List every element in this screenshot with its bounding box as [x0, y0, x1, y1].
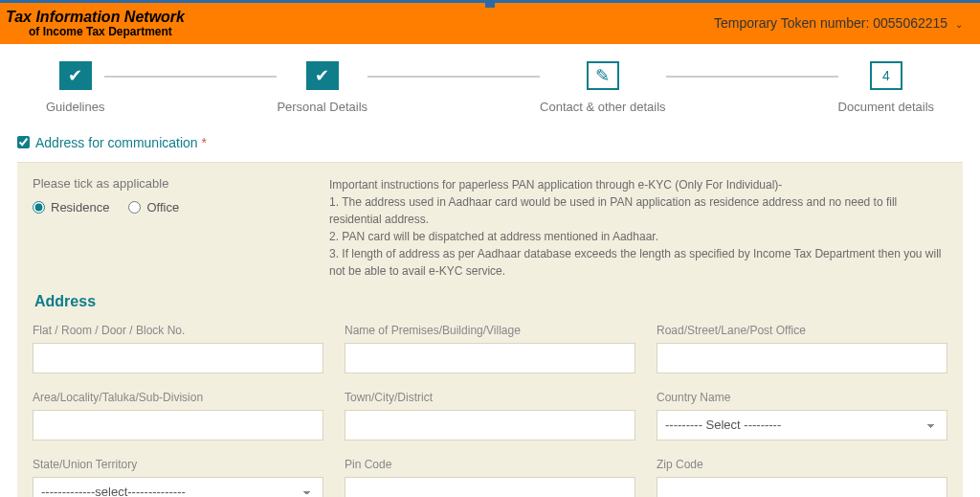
instructions-heading: Important instructions for paperless PAN…	[329, 176, 947, 193]
residence-radio[interactable]	[33, 201, 45, 214]
step-connector	[666, 76, 838, 78]
address-grid: Flat / Room / Door / Block No. Name of P…	[33, 324, 947, 497]
resize-handle-top[interactable]	[485, 0, 495, 8]
road-input[interactable]	[657, 343, 947, 373]
progress-stepper: ✔ Guidelines ✔ Personal Details ✎ Contac…	[0, 44, 980, 129]
step-connector	[104, 76, 277, 78]
required-mark: *	[202, 135, 207, 150]
app-header: Tax Information Network of Income Tax De…	[0, 3, 980, 44]
check-icon: ✔	[59, 61, 92, 90]
instruction-1: 1. The address used in Aadhaar card woul…	[329, 193, 947, 228]
instructions: Important instructions for paperless PAN…	[329, 176, 947, 280]
office-radio[interactable]	[128, 201, 141, 214]
main-content: Address for communication * Please tick …	[0, 135, 980, 497]
address-type-radios: Residence Office	[33, 200, 301, 215]
address-communication-checkbox[interactable]	[17, 136, 30, 148]
header-title: Tax Information Network of Income Tax De…	[6, 9, 185, 38]
area-input[interactable]	[33, 410, 323, 441]
address-panel: Please tick as applicable Residence Offi…	[17, 162, 963, 497]
step-document-details[interactable]: 4 Document details	[838, 61, 934, 114]
zip-input[interactable]	[657, 477, 947, 497]
field-flat: Flat / Room / Door / Block No.	[33, 324, 323, 373]
step-number: 4	[870, 61, 902, 90]
field-country: Country Name --------- Select ---------	[657, 391, 947, 441]
selection-border	[0, 0, 980, 3]
field-zip: Zip Code	[657, 458, 947, 497]
office-radio-label[interactable]: Office	[128, 200, 179, 215]
residence-radio-label[interactable]: Residence	[33, 200, 109, 215]
token-dropdown[interactable]: Temporary Token number: 0055062215 ⌄	[714, 15, 963, 31]
field-road: Road/Street/Lane/Post Office	[657, 324, 947, 373]
premises-input[interactable]	[345, 343, 635, 373]
step-personal-details[interactable]: ✔ Personal Details	[277, 61, 368, 114]
please-tick-label: Please tick as applicable	[33, 176, 301, 191]
field-state: State/Union Territory -------------selec…	[33, 458, 323, 497]
state-select[interactable]: -------------select--------------	[33, 477, 323, 497]
field-premises: Name of Premises/Building/Village	[345, 324, 635, 373]
address-communication-checkbox-row: Address for communication *	[17, 135, 963, 150]
address-communication-label: Address for communication *	[35, 135, 207, 150]
country-select[interactable]: --------- Select ---------	[657, 410, 947, 441]
step-guidelines[interactable]: ✔ Guidelines	[46, 61, 104, 114]
info-row: Please tick as applicable Residence Offi…	[33, 176, 947, 280]
check-icon: ✔	[306, 61, 339, 90]
field-town: Town/City/District	[345, 391, 635, 441]
pin-input[interactable]	[345, 477, 635, 497]
applicable-tick: Please tick as applicable Residence Offi…	[33, 176, 301, 280]
chevron-down-icon: ⌄	[955, 19, 963, 30]
address-section-title: Address	[34, 293, 947, 310]
field-pin: Pin Code	[345, 458, 635, 497]
flat-input[interactable]	[33, 343, 323, 373]
step-contact-details[interactable]: ✎ Contact & other details	[540, 61, 666, 114]
town-input[interactable]	[345, 410, 635, 441]
field-area: Area/Locality/Taluka/Sub-Division	[33, 391, 323, 441]
instruction-3: 3. If length of address as per Aadhaar d…	[329, 245, 947, 280]
step-connector	[368, 76, 540, 78]
edit-icon: ✎	[587, 61, 619, 90]
instruction-2: 2. PAN card will be dispatched at addres…	[329, 228, 947, 245]
site-title: Tax Information Network of Income Tax De…	[6, 9, 185, 38]
